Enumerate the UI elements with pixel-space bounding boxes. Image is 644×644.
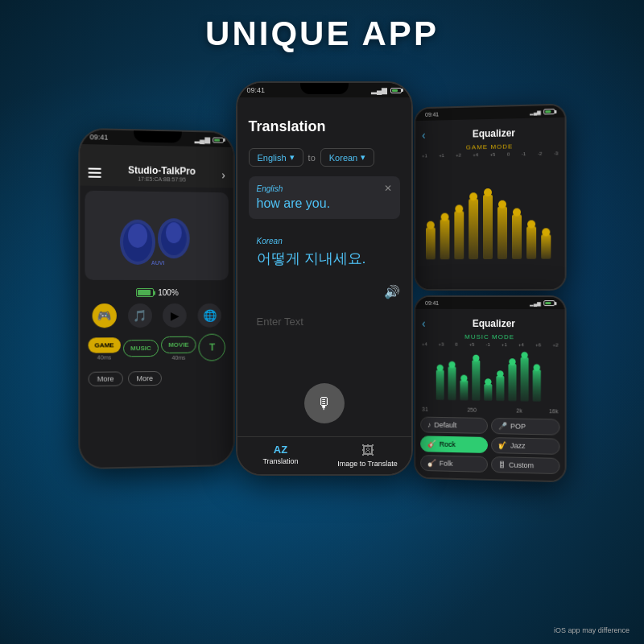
target-lang-label: Korean [329,153,357,163]
svg-rect-11 [454,211,464,259]
source-text-display: how are you. [257,196,392,211]
eq-preset-folk[interactable]: 🪕 Folk [420,455,488,473]
game-icon-circle[interactable]: 🎮 [92,303,116,328]
rock-label: Rock [439,440,455,448]
speaker-icon[interactable]: 🔊 [237,281,411,303]
eq-back-icon-bottom[interactable]: ‹ [422,317,426,330]
status-icons-center: ▂▄▆ [371,86,401,94]
music-mode-button[interactable]: MUSIC [122,339,158,356]
status-bar-right-bottom: 09:41 ▂▄▆ [415,297,564,309]
source-lang-italic: English [257,184,392,193]
image-translate-nav-label: Image to Translate [324,460,411,468]
svg-rect-29 [460,380,468,400]
footnote: iOS app may difference [554,626,630,634]
source-language-button[interactable]: English ▾ [249,148,303,167]
jazz-label: Jazz [510,442,525,450]
time-right-top: 09:41 [425,112,439,118]
device-name: Studio-TalkPro [127,164,195,176]
svg-rect-41 [532,369,540,402]
phone-right-bottom: 09:41 ▂▄▆ ‹ Equalizer MUSIC MODE +4+30+5… [414,295,566,482]
enter-text-placeholder: Enter Text [257,316,303,328]
eq-header-top: ‹ Equalizer [415,118,564,145]
status-icons-right-top: ▂▄▆ [529,109,555,115]
to-text: to [308,153,316,163]
earbuds-svg: AUVI [113,201,201,270]
hamburger-menu[interactable] [88,167,101,177]
eq-preset-custom[interactable]: 🎛 Custom [490,456,559,474]
movie-mode-button[interactable]: MOVIE [161,336,196,353]
signal-icon-right-bottom: ▂▄▆ [529,300,540,306]
mic-button[interactable]: 🎙 [304,383,345,423]
notch-left [133,130,181,142]
eq-preset-pop[interactable]: 🎤 POP [490,418,559,436]
svg-rect-7 [425,228,435,260]
page-title: UNIQUE APP [0,0,644,53]
result-text-display: 어떻게 지내세요. [257,249,392,268]
time-left: 09:41 [89,133,108,142]
eq-chart-top [415,155,564,289]
language-selector: English ▾ to Korean ▾ [237,143,411,171]
pop-label: POP [510,422,525,430]
phone-left: 09:41 ▂▄▆ Studio-TalkPro 17:E5:CA:8B:57:… [78,128,234,470]
translate-icon-circle[interactable]: 🌐 [197,303,221,328]
game-latency-label: 40ms [88,354,120,360]
mode-buttons-row: GAME 40ms MUSIC MOVIE 40ms T [80,331,233,367]
jazz-icon: 🎷 [497,441,506,449]
eq-chart-bottom [415,346,564,408]
nav-image-translate[interactable]: 🖼 Image to Translate [324,444,411,468]
more-buttons-row: More More [80,365,233,391]
eq-header-bottom: ‹ Equalizer [415,309,564,334]
movie-mode-col: MOVIE 40ms [161,336,196,361]
left-header: Studio-TalkPro 17:E5:CA:8B:57:95 › [80,144,233,188]
device-name-block: Studio-TalkPro 17:E5:CA:8B:57:95 [127,164,195,182]
status-icons-right-bottom: ▂▄▆ [529,300,555,306]
notch-center [300,83,349,94]
folk-label: Folk [439,460,452,468]
eq-presets-grid: ♪ Default 🎤 POP 🎸 Rock 🎷 Jazz [415,413,564,481]
game-mode-col: GAME 40ms [88,337,120,360]
translation-result-box: Korean 어떻게 지내세요. [249,229,400,276]
movie-latency-label: 40ms [161,355,196,361]
translation-source-box: English how are you. ✕ [249,176,400,219]
nav-translation[interactable]: AZ Translation [237,444,324,468]
pop-icon: 🎤 [497,422,506,430]
more-button-2[interactable]: More [127,371,161,386]
enter-text-area[interactable]: Enter Text [249,308,400,365]
movie-icon-circle[interactable]: ▶ [163,303,187,328]
svg-rect-21 [526,226,536,258]
center-screen: 09:41 ▂▄▆ Translation English ▾ to Korea… [237,83,411,474]
source-lang-label: English [258,153,287,163]
game-mode-icon-item: 🎮 [92,303,116,328]
status-icons-left: ▂▄▆ [194,135,224,144]
eq-back-icon-top[interactable]: ‹ [422,129,426,142]
default-label: Default [434,421,456,429]
svg-rect-17 [497,207,506,259]
game-mode-button[interactable]: GAME [88,337,120,353]
eq-title-top: Equalizer [430,126,558,140]
eq-preset-rock[interactable]: 🎸 Rock [420,436,488,453]
signal-icon-right-top: ▂▄▆ [529,109,540,114]
t-mode-button[interactable]: T [198,334,225,361]
custom-label: Custom [508,461,533,470]
music-mode-col: MUSIC [122,339,158,357]
rock-icon: 🎸 [427,440,436,448]
mode-icons-row: 🎮 🎵 ▶ 🌐 [80,300,233,331]
target-language-button[interactable]: Korean ▾ [320,148,374,167]
eq-preset-jazz[interactable]: 🎷 Jazz [490,437,559,455]
battery-icon-right-top [543,109,555,114]
eq-screen-bottom: 09:41 ▂▄▆ ‹ Equalizer MUSIC MODE +4+30+5… [415,297,564,481]
svg-rect-37 [508,364,516,401]
eq-preset-default[interactable]: ♪ Default [420,417,488,434]
more-button-1[interactable]: More [88,371,122,386]
eq-bars-svg-bottom [422,349,558,405]
svg-rect-15 [483,195,493,259]
translation-header: Translation [237,97,411,143]
translation-nav-label: Translation [237,457,324,465]
close-icon[interactable]: ✕ [384,183,392,194]
chevron-right-icon[interactable]: › [221,168,225,181]
svg-rect-39 [520,357,528,402]
battery-level-icon [136,288,154,297]
phone-center: 09:41 ▂▄▆ Translation English ▾ to Korea… [236,81,413,476]
music-icon-circle[interactable]: 🎵 [127,303,151,328]
svg-rect-9 [440,219,449,259]
